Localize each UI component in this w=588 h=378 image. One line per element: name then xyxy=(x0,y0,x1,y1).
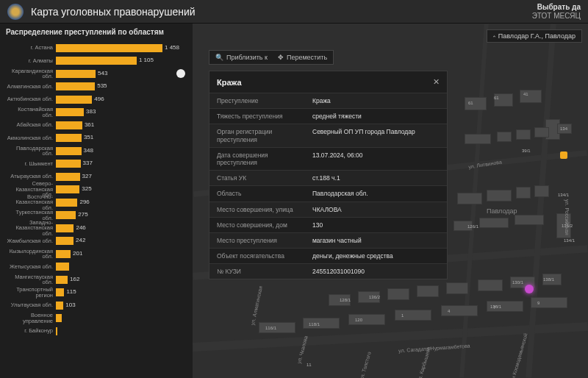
chevron-left-icon: ‹ xyxy=(491,35,498,38)
chart-bar[interactable]: г. Астана1 458 xyxy=(6,42,187,54)
chart-bar[interactable]: Акмолинская обл.351 xyxy=(6,132,187,144)
chart-bar[interactable]: Западно-Казахстанская обл.246 xyxy=(6,222,187,234)
map[interactable]: 616139/141134134/1126/1136/2134/1138/113… xyxy=(193,24,588,378)
chart-bar[interactable]: Мангистауская обл.162 xyxy=(6,274,187,285)
popup-row: Место совершения, дом130 xyxy=(209,217,447,232)
chart-bar[interactable]: Военное управление xyxy=(6,313,187,324)
chart-bar-value: 327 xyxy=(82,173,92,179)
popup-row-value: ЧКАЛОВА xyxy=(305,202,447,217)
chart-bar-label: Акмолинская обл. xyxy=(6,135,56,141)
popup-row: Орган регистрации преступленияСеверный О… xyxy=(209,124,447,146)
chart-bar-value: 201 xyxy=(73,250,82,257)
chart-bar-label: Абайская обл. xyxy=(6,122,56,128)
sidebar-title: Распределение преступлений по областям xyxy=(6,28,187,36)
popup-row-key: Область xyxy=(209,186,305,201)
chart-bar-label: Жамбылская обл. xyxy=(6,238,56,244)
popup-row-key: Статья УК xyxy=(209,171,305,185)
chart-bar[interactable]: Восточно-Казахстанская обл.296 xyxy=(6,196,187,208)
chart-bar-label: г. Алматы xyxy=(6,58,56,64)
building-number: 130/1 xyxy=(512,280,523,285)
chart-bar-label: Атырауская обл. xyxy=(6,174,56,179)
chart-bar[interactable]: Костанайская обл.383 xyxy=(6,107,187,118)
building-number: 7 xyxy=(493,305,495,310)
chart-bar[interactable]: Жетысуская обл. xyxy=(6,261,187,273)
popup-row: Место преступлениямагазин частный xyxy=(209,232,447,248)
region-bar-chart[interactable]: г. Астана1 458г. Алматы1 105Карагандинск… xyxy=(6,42,187,337)
chart-bar-label: Костанайская обл. xyxy=(6,107,56,118)
popup-row-key: Объект посягательства xyxy=(209,249,305,263)
chart-bar-value: 496 xyxy=(94,96,104,102)
chart-bar-value: 325 xyxy=(82,185,91,192)
move-button[interactable]: ✥Переместить xyxy=(278,54,327,61)
building-number: 134 xyxy=(560,126,567,131)
chart-bar-label: Жетысуская обл. xyxy=(6,264,56,270)
popup-row: Тяжесть преступлениясредней тяжести xyxy=(209,108,447,124)
chart-bar[interactable]: Транспортный регион115 xyxy=(6,287,187,299)
building-number: 41 xyxy=(523,92,528,96)
building-number: 39/1 xyxy=(522,149,531,153)
crime-marker-selected[interactable] xyxy=(525,285,534,293)
chart-bar[interactable]: Карагандинская обл.543 xyxy=(6,68,187,79)
popup-row-key: Преступление xyxy=(209,93,305,108)
chart-bar-label: Военное управление xyxy=(6,313,56,324)
building-number: 61 xyxy=(468,101,473,105)
popup-row: Место совершения, улицаЧКАЛОВА xyxy=(209,202,447,217)
chart-bar[interactable]: Улытауская обл.103 xyxy=(6,299,187,311)
chart-bar[interactable]: Абайская обл.361 xyxy=(6,119,187,131)
app-title: Карта уголовных правонарушений xyxy=(31,6,532,18)
chart-bar[interactable]: г. Алматы1 105 xyxy=(6,55,187,67)
chart-bar[interactable]: г. Шымкент337 xyxy=(6,158,187,170)
building-number: 138/1 xyxy=(543,277,554,282)
chart-bar-value: 103 xyxy=(65,302,75,308)
close-icon[interactable]: ✕ xyxy=(433,77,440,87)
popup-row-key: Место преступления xyxy=(209,233,305,248)
popup-row-value: Кража xyxy=(305,93,447,108)
region-dropdown-label: Павлодар Г.А., Павлодар xyxy=(498,32,576,40)
chart-bar[interactable]: г. Байконур xyxy=(6,325,187,337)
street-label: ул. Алматинская xyxy=(250,285,263,325)
chart-bar[interactable]: Актюбинская обл.496 xyxy=(6,93,187,105)
chart-bar-label: Карагандинская обл. xyxy=(6,68,56,79)
popup-row-value: средней тяжести xyxy=(305,109,447,124)
chart-slider-knob[interactable] xyxy=(176,69,185,78)
street-label: ул. Российская xyxy=(564,199,570,235)
street-label: ул. Сагадата Нурмагамбетова xyxy=(398,343,470,354)
map-toolbar: 🔍Приблизить к ✥Переместить xyxy=(209,50,334,65)
chart-bar[interactable]: Жамбылская обл.242 xyxy=(6,235,187,247)
popup-row-key: № КУЗИ xyxy=(209,264,305,279)
chart-bar-value: 115 xyxy=(66,288,76,295)
chart-bar[interactable]: Кызылординская обл.201 xyxy=(6,248,187,260)
street-label: ул. Толстого xyxy=(359,351,372,378)
building-number: 118/1 xyxy=(309,322,320,327)
app-header: Карта уголовных правонарушений Выбрать д… xyxy=(0,0,588,24)
chart-bar-value: 348 xyxy=(84,147,93,154)
chart-bar-label: г. Астана xyxy=(6,45,56,51)
chart-bar[interactable]: Павлодарская обл.348 xyxy=(6,145,187,157)
building-number: 61 xyxy=(494,96,499,100)
building-number: 120 xyxy=(355,318,362,322)
chart-bar-value: 543 xyxy=(98,70,107,76)
chart-bar-value: 1 105 xyxy=(139,57,154,63)
popup-row-value: Павлодарская обл. xyxy=(305,186,447,201)
crime-marker[interactable] xyxy=(560,151,567,159)
zoom-icon: 🔍 xyxy=(215,54,223,61)
chart-bar[interactable]: Алматинская обл.535 xyxy=(6,81,187,93)
region-dropdown[interactable]: ‹ Павлодар Г.А., Павлодар xyxy=(487,29,582,43)
popup-row-key: Орган регистрации преступления xyxy=(209,124,305,146)
sidebar: Распределение преступлений по областям г… xyxy=(0,24,193,378)
popup-row: ОбластьПавлодарская обл. xyxy=(209,185,447,201)
chart-bar-label: Транспортный регион xyxy=(6,287,56,298)
chart-bar-label: Улытауская обл. xyxy=(6,302,56,308)
popup-row: ПреступлениеКража xyxy=(209,93,447,108)
popup-row-key: Место совершения, улица xyxy=(209,202,305,217)
chart-bar-label: Павлодарская обл. xyxy=(6,146,56,157)
chart-bar-label: г. Шымкент xyxy=(6,161,56,167)
date-filter[interactable]: Выбрать да ЭТОТ МЕСЯЦ xyxy=(532,3,581,21)
zoom-to-button[interactable]: 🔍Приблизить к xyxy=(215,54,268,61)
popup-row-key: Дата совершения преступления xyxy=(209,148,305,170)
popup-row: № КУЗИ245512031001090 xyxy=(209,263,447,279)
popup-row-value: деньги, денежные средства xyxy=(305,249,447,263)
building-number: 134/1 xyxy=(558,193,569,197)
building-number: 134/1 xyxy=(564,238,575,243)
popup-row-value: магазин частный xyxy=(305,233,447,248)
